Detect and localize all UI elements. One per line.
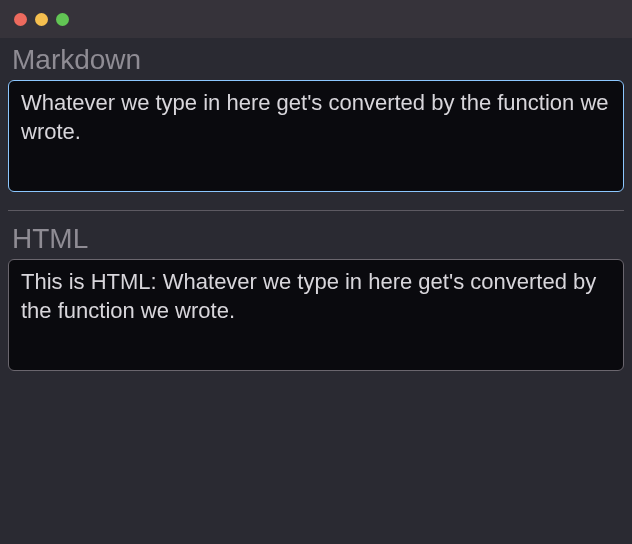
markdown-label: Markdown — [8, 38, 624, 80]
window-titlebar — [0, 0, 632, 38]
section-divider — [8, 210, 624, 211]
html-label: HTML — [8, 217, 624, 259]
markdown-input[interactable] — [8, 80, 624, 192]
html-output: This is HTML: Whatever we type in here g… — [8, 259, 624, 371]
window-close-button[interactable] — [14, 13, 27, 26]
window-maximize-button[interactable] — [56, 13, 69, 26]
main-content: Markdown HTML This is HTML: Whatever we … — [0, 38, 632, 371]
window-minimize-button[interactable] — [35, 13, 48, 26]
